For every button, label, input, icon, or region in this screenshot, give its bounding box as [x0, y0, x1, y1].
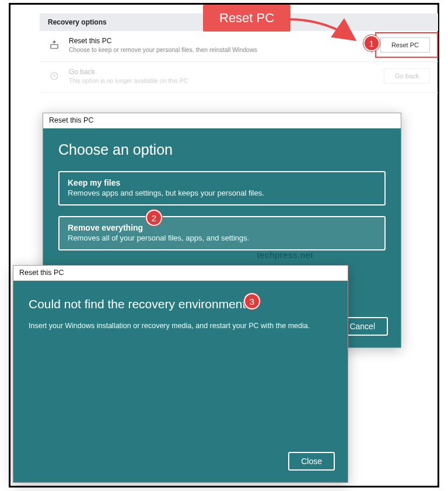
option-keep-title: Keep my files — [68, 178, 376, 187]
goback-icon — [48, 69, 61, 82]
choose-heading: Choose an option — [58, 141, 386, 158]
reset-subtitle: Choose to keep or remove your personal f… — [69, 46, 380, 53]
tutorial-canvas: Recovery options Reset this PC Choose to… — [9, 3, 439, 487]
goback-title: Go back — [69, 68, 384, 76]
error-message: Insert your Windows installation or reco… — [29, 322, 332, 330]
goback-button: Go back — [384, 68, 430, 83]
dialog-choose-title: Reset this PC — [43, 113, 401, 128]
dialog-error: Reset this PC Could not find the recover… — [13, 265, 348, 483]
close-button[interactable]: Close — [288, 452, 335, 471]
option-remove-everything[interactable]: Remove everything Removes all of your pe… — [58, 216, 386, 250]
reset-texts: Reset this PC Choose to keep or remove y… — [69, 37, 380, 53]
annotation-callout: Reset PC — [203, 5, 290, 32]
error-heading: Could not find the recovery environment — [29, 297, 332, 311]
reset-title: Reset this PC — [69, 37, 380, 45]
option-keep-desc: Removes apps and settings, but keeps you… — [68, 189, 376, 197]
annotation-badge-1: 1 — [363, 35, 380, 51]
option-remove-desc: Removes all of your personal files, apps… — [68, 234, 376, 242]
goback-subtitle: This option is no longer available on th… — [69, 77, 384, 84]
dialog-error-body: Could not find the recovery environment … — [13, 281, 348, 482]
option-keep-files[interactable]: Keep my files Removes apps and settings,… — [58, 171, 386, 206]
watermark: techpress.net — [257, 250, 313, 260]
annotation-badge-2: 2 — [146, 210, 162, 226]
option-remove-title: Remove everything — [68, 223, 376, 232]
recovery-row-goback: Go back This option is no longer availab… — [40, 62, 438, 93]
dialog-error-title: Reset this PC — [13, 266, 348, 281]
reset-pc-icon — [48, 39, 61, 51]
goback-texts: Go back This option is no longer availab… — [69, 68, 384, 84]
reset-pc-button[interactable]: Reset PC — [380, 37, 430, 53]
svg-rect-0 — [51, 44, 58, 48]
annotation-badge-3: 3 — [244, 293, 260, 309]
